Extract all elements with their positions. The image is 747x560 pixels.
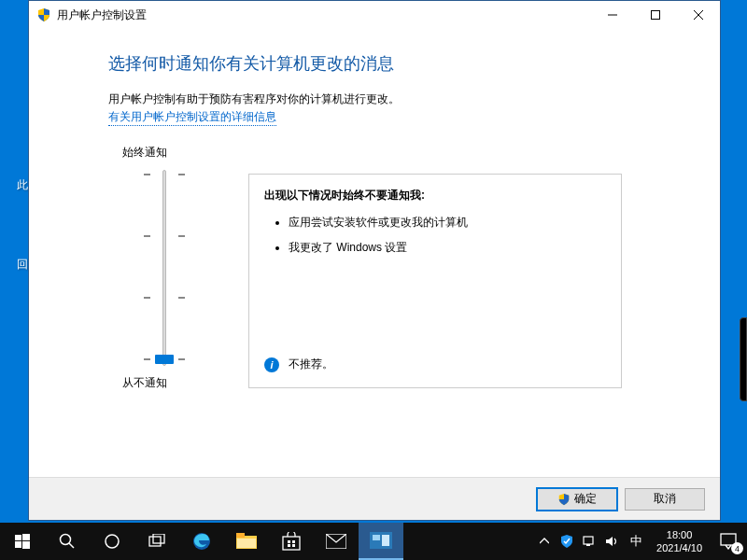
slider-top-label: 始终通知 — [108, 145, 220, 161]
desktop-icon-label: 此 — [17, 177, 28, 193]
notification-badge: 4 — [731, 542, 743, 554]
level-title: 出现以下情况时始终不要通知我: — [264, 188, 606, 203]
ok-button[interactable]: 确定 — [537, 488, 617, 511]
svg-rect-27 — [586, 544, 590, 546]
svg-rect-7 — [22, 541, 30, 549]
task-view-button[interactable] — [134, 523, 179, 560]
svg-rect-1 — [652, 11, 660, 20]
cancel-button[interactable]: 取消 — [625, 488, 705, 511]
cortana-button[interactable] — [90, 523, 134, 560]
svg-rect-18 — [288, 540, 290, 543]
level-description-panel: 出现以下情况时始终不要通知我: 应用尝试安装软件或更改我的计算机 我更改了 Wi… — [248, 174, 622, 388]
side-tab[interactable] — [740, 317, 747, 401]
page-description: 用户帐户控制有助于预防有害程序对你的计算机进行更改。 — [108, 91, 641, 107]
help-link[interactable]: 有关用户帐户控制设置的详细信息 — [108, 109, 276, 126]
slider-track[interactable] — [136, 170, 192, 366]
level-item: 我更改了 Windows 设置 — [289, 240, 606, 256]
svg-point-8 — [61, 535, 71, 545]
tray-chevron-icon[interactable] — [533, 523, 556, 560]
start-button[interactable] — [0, 523, 45, 560]
titlebar[interactable]: 用户帐户控制设置 — [29, 1, 720, 29]
uac-taskbar-item[interactable] — [359, 523, 403, 560]
info-icon: i — [264, 357, 279, 372]
mail-icon[interactable] — [314, 523, 359, 560]
search-button[interactable] — [45, 523, 90, 560]
svg-rect-19 — [292, 540, 295, 543]
recommendation-text: 不推荐。 — [289, 357, 333, 372]
maximize-button[interactable] — [634, 1, 677, 29]
close-button[interactable] — [677, 1, 720, 29]
action-center-icon[interactable]: 4 — [710, 523, 747, 560]
button-bar: 确定 取消 — [29, 477, 720, 520]
file-explorer-icon[interactable] — [224, 523, 269, 560]
clock[interactable]: 18:00 2021/4/10 — [649, 528, 710, 555]
page-heading: 选择何时通知你有关计算机更改的消息 — [108, 52, 641, 75]
svg-rect-6 — [15, 541, 21, 548]
minimize-button[interactable] — [591, 1, 634, 29]
svg-rect-25 — [382, 535, 389, 546]
svg-rect-21 — [292, 544, 295, 547]
svg-rect-17 — [283, 537, 300, 550]
uac-shield-icon — [36, 7, 51, 22]
recommendation-row: i 不推荐。 — [264, 357, 333, 372]
svg-rect-12 — [153, 534, 164, 543]
svg-rect-24 — [373, 535, 380, 540]
svg-line-9 — [69, 543, 74, 548]
window-controls — [591, 1, 720, 29]
volume-icon[interactable] — [600, 523, 623, 560]
slider-thumb[interactable] — [155, 355, 174, 364]
slider-bottom-label: 从不通知 — [108, 375, 220, 391]
notification-slider: 始终通知 从不通知 — [108, 145, 220, 391]
uac-shield-icon — [557, 493, 571, 506]
svg-rect-4 — [15, 535, 21, 540]
uac-settings-window: 用户帐户控制设置 选择何时通知你有关计算机更改的消息 用户帐户控制有助于预防有害… — [28, 0, 721, 521]
svg-rect-16 — [237, 539, 256, 548]
taskbar[interactable]: 中 18:00 2021/4/10 4 — [0, 523, 747, 560]
desktop-icon-label-2: 回 — [17, 257, 28, 273]
svg-rect-15 — [236, 533, 245, 538]
level-item: 应用尝试安装软件或更改我的计算机 — [289, 215, 606, 231]
window-title: 用户帐户控制设置 — [57, 7, 147, 23]
svg-point-10 — [106, 535, 119, 548]
network-icon[interactable] — [578, 523, 600, 560]
svg-rect-5 — [22, 534, 30, 540]
security-icon[interactable] — [556, 523, 578, 560]
system-tray: 中 18:00 2021/4/10 4 — [533, 523, 747, 560]
svg-rect-26 — [584, 537, 593, 544]
ime-indicator[interactable]: 中 — [623, 523, 649, 560]
window-content: 选择何时通知你有关计算机更改的消息 用户帐户控制有助于预防有害程序对你的计算机进… — [29, 29, 720, 477]
store-icon[interactable] — [269, 523, 314, 560]
svg-rect-20 — [288, 544, 290, 547]
svg-rect-11 — [149, 537, 161, 546]
edge-icon[interactable] — [179, 523, 224, 560]
